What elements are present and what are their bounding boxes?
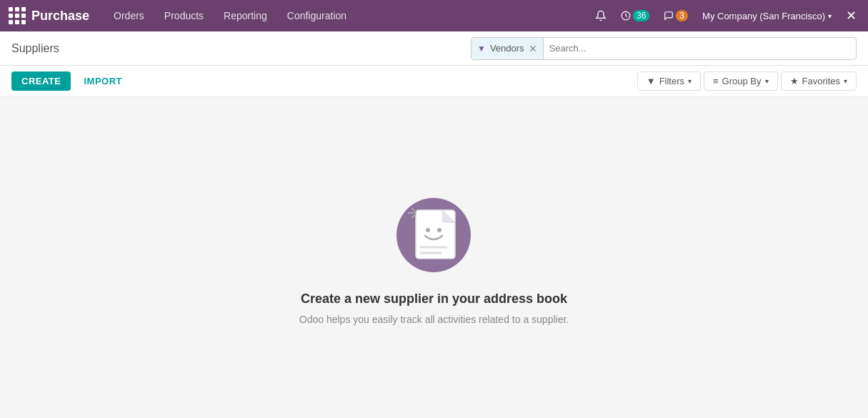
vendor-filter-tag[interactable]: ▼ Vendors ✕ [472,38,544,59]
favorites-star-icon: ★ [790,76,799,86]
nav-configuration[interactable]: Configuration [277,0,356,31]
toolbar: CREATE IMPORT ▼ Filters ▾ ≡ Group By ▾ ★… [0,66,868,97]
search-input[interactable] [544,43,856,54]
favorites-label: Favorites [802,76,840,86]
import-button[interactable]: IMPORT [76,71,129,91]
group-by-button[interactable]: ≡ Group By ▾ [704,71,778,91]
toolbar-right: ▼ Filters ▾ ≡ Group By ▾ ★ Favorites ▾ [637,71,857,91]
apps-menu-button[interactable] [6,4,29,27]
messages-button[interactable]: 3 [658,4,694,27]
empty-illustration [387,181,480,274]
navbar: Purchase Orders Products Reporting Confi… [0,0,868,31]
main-content: Create a new supplier in your address bo… [0,97,868,383]
empty-state-subtitle: Odoo helps you easily track all activiti… [299,312,569,327]
main-nav: Orders Products Reporting Configuration [104,0,589,31]
nav-reporting[interactable]: Reporting [214,0,277,31]
apps-grid-icon [9,7,26,24]
messages-badge: 3 [676,10,688,21]
favorites-chevron: ▾ [844,77,847,85]
filter-icon: ▼ [477,44,486,54]
activity-button[interactable]: 36 [615,4,655,27]
group-by-chevron: ▾ [765,77,769,85]
nav-products[interactable]: Products [154,0,214,31]
notification-bell-button[interactable] [589,4,612,27]
filters-chevron: ▾ [688,77,692,85]
empty-state: Create a new supplier in your address bo… [299,181,569,327]
company-name: My Company (San Francisco) [702,11,825,21]
empty-state-title: Create a new supplier in your address bo… [301,292,567,307]
company-selector[interactable]: My Company (San Francisco) ▾ [697,0,837,31]
filter-tag-label: Vendors [490,43,524,54]
close-button[interactable]: ✕ [840,0,862,31]
activity-badge: 36 [633,10,649,21]
favorites-button[interactable]: ★ Favorites ▾ [781,71,857,91]
page-title: Suppliers [11,42,471,55]
group-by-icon: ≡ [713,76,719,86]
create-button[interactable]: CREATE [11,71,71,91]
nav-orders[interactable]: Orders [104,0,154,31]
filter-icon: ▼ [647,76,656,86]
app-brand[interactable]: Purchase [31,9,89,24]
svg-point-5 [426,228,430,232]
svg-point-6 [437,228,442,232]
filters-label: Filters [659,76,684,86]
navbar-right: 36 3 My Company (San Francisco) ▾ ✕ [589,0,862,31]
filter-tag-close[interactable]: ✕ [529,44,537,54]
filters-button[interactable]: ▼ Filters ▾ [637,71,701,91]
sub-header: Suppliers ▼ Vendors ✕ [0,31,868,66]
search-bar: ▼ Vendors ✕ [471,37,857,60]
group-by-label: Group By [722,76,762,86]
